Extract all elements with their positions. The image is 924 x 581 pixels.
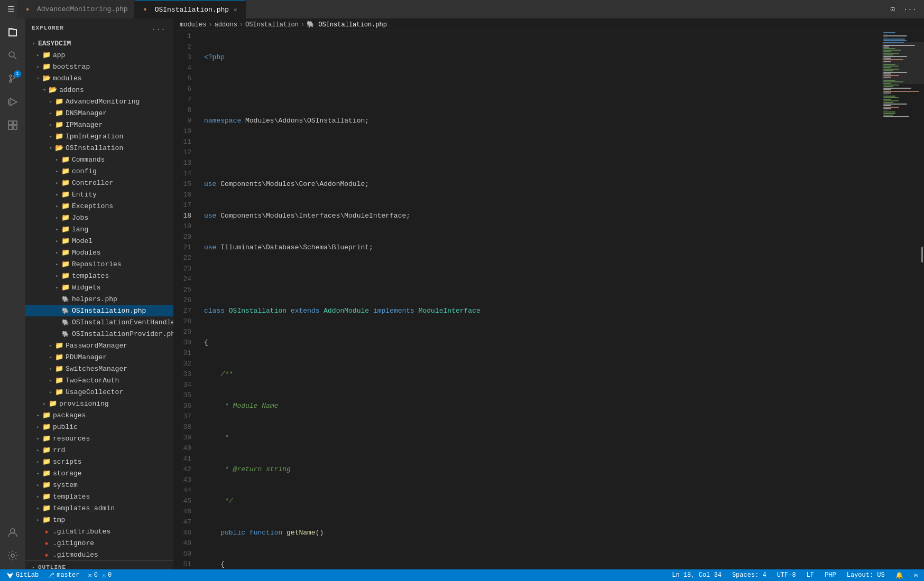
sidebar-item-app[interactable]: 📁 app	[25, 49, 173, 61]
sidebar-item-templates-admin[interactable]: 📁 templates_admin	[25, 502, 173, 514]
sidebar-item-gitmodules[interactable]: ◈ .gitmodules	[25, 549, 173, 560]
activity-extensions[interactable]	[3, 116, 22, 135]
activity-explorer[interactable]	[3, 23, 22, 42]
sidebar-item-provisioning[interactable]: 📁 provisioning	[25, 398, 173, 409]
activity-source-control[interactable]: 1	[3, 69, 22, 88]
status-errors[interactable]: ✕ 0 ⚠ 0	[86, 571, 114, 579]
editor-content[interactable]: 1 2 3 4 5 6 7 8 9 10 11 12 13 14 15 16 1	[173, 31, 924, 569]
ln-40: 40	[178, 443, 191, 454]
ln-14: 14	[178, 168, 191, 179]
sidebar-item-pdumgr[interactable]: 📁 PDUManager	[25, 351, 173, 363]
status-bell[interactable]: 🔔	[893, 571, 905, 579]
tab-file-icon: ●	[23, 5, 32, 14]
sidebar-item-event-handler[interactable]: 🐘 OSInstallationEventHandler.php	[25, 316, 173, 328]
status-gitlab[interactable]: GitLab	[4, 571, 41, 579]
sidebar-item-commands[interactable]: 📁 Commands	[25, 154, 173, 165]
sidebar-item-modules-sub[interactable]: 📁 Modules	[25, 247, 173, 258]
breadcrumb-addons[interactable]: addons	[215, 21, 237, 29]
sidebar-item-addons[interactable]: 📂 addons	[25, 84, 173, 96]
activity-run[interactable]	[3, 92, 22, 111]
sidebar-item-ipm[interactable]: 📁 IPManager	[25, 119, 173, 130]
sidebar-item-helpers[interactable]: 🐘 helpers.php	[25, 293, 173, 305]
sidebar-title: EXPLORER	[32, 25, 64, 31]
menu-icon[interactable]: ☰	[5, 2, 17, 17]
sidebar-item-config[interactable]: 📁 config	[25, 165, 173, 177]
code-line-11: /**	[204, 369, 877, 380]
folder-icon-modules-sub: 📁	[61, 248, 70, 257]
sidebar-item-storage[interactable]: 📁 storage	[25, 467, 173, 479]
status-spaces[interactable]: Spaces: 4	[730, 571, 769, 579]
sidebar-item-twofa[interactable]: 📁 TwoFactorAuth	[25, 374, 173, 386]
sidebar-item-public[interactable]: 📁 public	[25, 421, 173, 433]
folder-icon-pkgs: 📁	[42, 411, 51, 419]
tab-label-active: OSInstallation.php	[155, 6, 229, 14]
sidebar-item-switchmgr[interactable]: 📁 SwitchesManager	[25, 363, 173, 374]
sidebar-item-entity[interactable]: 📁 Entity	[25, 189, 173, 200]
tree-arrow-config	[53, 167, 61, 175]
tab-close-button[interactable]: ✕	[232, 6, 239, 14]
sidebar-item-dns[interactable]: 📁 DNSManager	[25, 107, 173, 119]
status-git-branch[interactable]: ⎇ master	[45, 571, 81, 579]
sidebar-item-packages[interactable]: 📁 packages	[25, 409, 173, 421]
sidebar-item-jobs[interactable]: 📁 Jobs	[25, 212, 173, 223]
tree-arrow-storage	[34, 469, 42, 477]
code-line-12: * Module Name	[204, 401, 877, 411]
tab-advanced-monitoring[interactable]: ● AdvancedMonitoring.php	[17, 0, 135, 18]
status-encoding[interactable]: UTF-8	[775, 571, 798, 579]
status-position[interactable]: Ln 18, Col 34	[670, 571, 724, 579]
sidebar-item-pwmgr[interactable]: 📁 PasswordManager	[25, 340, 173, 351]
sidebar-item-templates-sub[interactable]: 📁 templates	[25, 270, 173, 282]
activity-search[interactable]	[3, 46, 22, 65]
status-eol[interactable]: LF	[805, 571, 816, 579]
spaces-label: Spaces: 4	[732, 571, 766, 579]
sidebar-item-label-commands: Commands	[72, 156, 105, 164]
layout-label: Layout: US	[847, 571, 885, 579]
breadcrumb-osinstallation[interactable]: OSInstallation	[245, 21, 299, 29]
minimap-line	[883, 46, 889, 48]
sidebar-item-ipmint[interactable]: 📁 IpmIntegration	[25, 130, 173, 142]
split-editor-button[interactable]: ⊡	[888, 3, 897, 16]
sidebar-item-label-provider: OSInstallationProvider.php	[72, 330, 173, 338]
sidebar-more-icon[interactable]: ...	[150, 23, 167, 33]
sidebar-item-rrd[interactable]: 📁 rrd	[25, 444, 173, 456]
status-layout[interactable]: Layout: US	[845, 571, 887, 579]
tree-arrow-rrd	[34, 446, 42, 454]
sidebar-item-system[interactable]: 📁 system	[25, 479, 173, 491]
sidebar-item-gitattributes[interactable]: ◈ .gitattributes	[25, 526, 173, 537]
outline-header[interactable]: OUTLINE	[25, 561, 173, 569]
sidebar-item-model[interactable]: 📁 Model	[25, 235, 173, 247]
sidebar-item-gitignore[interactable]: ◈ .gitignore	[25, 537, 173, 549]
sidebar-item-advanced-monitoring[interactable]: 📁 AdvancedMonitoring	[25, 96, 173, 107]
sidebar-item-repositories[interactable]: 📁 Repositories	[25, 258, 173, 270]
sidebar-content[interactable]: EASYDCIM 📁 app 📁 bootstrap 📂 modules	[25, 38, 173, 569]
sidebar-item-resources[interactable]: 📁 resources	[25, 433, 173, 444]
sidebar-item-label-gitmodules: .gitmodules	[53, 551, 98, 559]
more-actions-button[interactable]: ···	[901, 3, 919, 16]
sidebar-item-bootstrap[interactable]: 📁 bootstrap	[25, 61, 173, 72]
activity-settings[interactable]	[3, 546, 22, 565]
sidebar-item-tmp[interactable]: 📁 tmp	[25, 514, 173, 526]
activity-account[interactable]	[3, 523, 22, 542]
sidebar-item-templates-root[interactable]: 📁 templates	[25, 491, 173, 502]
sidebar-item-osinstallation-folder[interactable]: 📂 OSInstallation	[25, 142, 173, 154]
sidebar-item-exceptions[interactable]: 📁 Exceptions	[25, 200, 173, 212]
sidebar-item-modules[interactable]: 📂 modules	[25, 72, 173, 84]
folder-icon-addons: 📂	[49, 86, 57, 94]
sidebar-item-provider[interactable]: 🐘 OSInstallationProvider.php	[25, 328, 173, 340]
minimap-line	[883, 65, 899, 67]
status-language[interactable]: PHP	[823, 571, 838, 579]
sidebar-item-easydcim[interactable]: EASYDCIM	[25, 38, 173, 49]
breadcrumb-modules[interactable]: modules	[180, 21, 206, 29]
sidebar-item-widgets[interactable]: 📁 Widgets	[25, 282, 173, 293]
sidebar-item-scripts[interactable]: 📁 scripts	[25, 456, 173, 467]
status-feedback[interactable]: ✉	[912, 571, 920, 579]
folder-icon-ipm: 📁	[55, 120, 63, 129]
folder-icon-tpl-sub: 📁	[61, 271, 70, 280]
sidebar-item-lang[interactable]: 📁 lang	[25, 223, 173, 235]
breadcrumb-file[interactable]: 🐘 OSInstallation.php	[307, 21, 387, 29]
code-area[interactable]: <?php namespace Modules\Addons\OSInstall…	[200, 31, 882, 569]
sidebar-item-usage[interactable]: 📁 UsageCollector	[25, 386, 173, 398]
sidebar-item-osinstallation-file[interactable]: 🐘 OSInstallation.php	[25, 305, 173, 316]
tab-osinstallation[interactable]: ● OSInstallation.php ✕	[135, 0, 246, 18]
sidebar-item-controller[interactable]: 📁 Controller	[25, 177, 173, 189]
